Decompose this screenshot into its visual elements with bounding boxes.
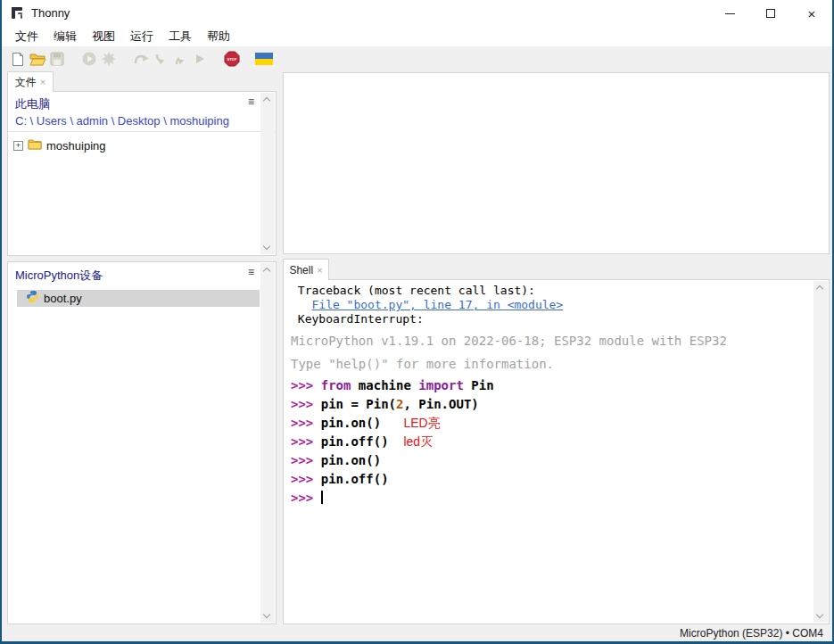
shell-line: >>> pin = Pin(2, Pin.OUT)	[291, 395, 811, 414]
expand-icon[interactable]: +	[13, 141, 23, 151]
minimize-button[interactable]	[709, 0, 750, 27]
shell-line: >>> pin.on() LED亮	[291, 414, 811, 433]
device-file-row-bootpy[interactable]: boot.py	[17, 290, 260, 307]
device-status[interactable]: MicroPython (ESP32) • COM4	[680, 627, 823, 640]
shell-text: MicroPython v1.19.1 on 2022-06-18; ESP32…	[291, 334, 727, 348]
tab-shell[interactable]: Shell ×	[283, 259, 329, 280]
svg-text:STOP: STOP	[227, 57, 237, 62]
menu-item-5[interactable]: 帮助	[201, 27, 236, 46]
shell-text: pin.off()	[321, 472, 389, 486]
shell-line: KeyboardInterrupt:	[291, 312, 811, 326]
shell-line: MicroPython v1.19.1 on 2022-06-18; ESP32…	[291, 332, 811, 350]
shell-text: KeyboardInterrupt:	[291, 312, 424, 326]
tree-row-moshuiping[interactable]: + moshuiping	[8, 132, 276, 153]
shell-text: import	[418, 378, 464, 392]
close-icon: ×	[808, 7, 816, 21]
scroll-down-icon[interactable]	[263, 243, 270, 250]
shell-text: from	[321, 378, 351, 392]
scroll-down-icon[interactable]	[263, 611, 270, 618]
device-file-label: boot.py	[44, 292, 82, 305]
new-file-icon[interactable]	[8, 49, 28, 69]
shell-text: >>>	[291, 378, 321, 392]
thonny-logo-icon	[10, 5, 25, 21]
stop-icon[interactable]: STOP	[222, 49, 242, 69]
maximize-button[interactable]	[750, 0, 791, 27]
shell-panel[interactable]: Traceback (most recent call last): File …	[283, 279, 830, 624]
menu-item-2[interactable]: 视图	[86, 27, 121, 46]
shell-text: pin.on()	[321, 453, 381, 467]
shell-text: Type "help()" for more information.	[291, 357, 554, 371]
files-panel-menu-icon[interactable]: ≡	[248, 96, 254, 107]
device-panel-title: MicroPython设备	[8, 262, 276, 288]
breadcrumb[interactable]: C: \ Users \ admin \ Desktop \ moshuipin…	[15, 114, 268, 128]
title-bar[interactable]: Thonny ×	[2, 0, 832, 27]
debug-icon	[99, 49, 119, 69]
shell-text: >>>	[291, 491, 321, 505]
shell-cursor	[321, 491, 323, 504]
scroll-up-icon[interactable]	[263, 97, 270, 104]
thonny-window: Thonny × 文件编辑视图运行工具帮助 STOP 文件 × ≡ 此电脑 C:…	[0, 0, 834, 644]
shell-output[interactable]: Traceback (most recent call last): File …	[291, 284, 811, 622]
python-file-icon	[26, 290, 39, 307]
shell-text	[389, 434, 404, 449]
shell-text: >>>	[291, 453, 321, 467]
run-icon	[79, 49, 99, 69]
step-into-icon	[151, 49, 170, 69]
scroll-up-icon[interactable]	[263, 268, 270, 275]
shell-text: >>>	[291, 397, 321, 411]
maximize-icon	[766, 9, 775, 18]
shell-text: pin.on()	[321, 416, 381, 430]
open-file-icon[interactable]	[28, 49, 47, 69]
menu-item-0[interactable]: 文件	[9, 27, 45, 46]
shell-text: pin.off()	[321, 434, 389, 449]
annotation-text: led灭	[403, 434, 433, 449]
files-tab-close-icon[interactable]: ×	[40, 77, 45, 87]
traceback-link[interactable]: File "boot.py", line 17, in <module>	[311, 298, 563, 311]
close-button[interactable]: ×	[791, 0, 832, 27]
shell-scrollbar[interactable]	[813, 281, 828, 623]
shell-text: machine	[351, 378, 418, 392]
minimize-icon	[725, 13, 735, 14]
editor-area[interactable]	[283, 72, 830, 254]
this-pc-label[interactable]: 此电脑	[15, 96, 268, 112]
window-title: Thonny	[31, 6, 70, 20]
shell-line: File "boot.py", line 17, in <module>	[291, 298, 811, 312]
shell-text	[291, 298, 311, 311]
folder-icon	[28, 137, 42, 153]
tree-item-label: moshuiping	[46, 139, 106, 153]
shell-text: , Pin.OUT)	[403, 397, 478, 411]
shell-text: >>>	[291, 472, 321, 486]
shell-tab-label: Shell	[289, 264, 313, 277]
files-panel: ≡ 此电脑 C: \ Users \ admin \ Desktop \ mos…	[7, 91, 277, 256]
scroll-down-icon[interactable]	[816, 611, 823, 618]
menu-bar: 文件编辑视图运行工具帮助	[2, 27, 832, 46]
files-scrollbar[interactable]	[260, 93, 275, 254]
shell-text: pin = Pin(	[321, 397, 396, 411]
device-panel-menu-icon[interactable]: ≡	[248, 267, 254, 277]
shell-text: Pin	[464, 378, 494, 392]
files-tab-label: 文件	[15, 75, 37, 90]
shell-line: >>> pin.off()	[291, 470, 811, 489]
device-scrollbar[interactable]	[260, 263, 275, 623]
shell-line: Traceback (most recent call last):	[291, 284, 811, 298]
shell-text	[381, 416, 403, 430]
micropython-device-panel: ≡ MicroPython设备 boot.py	[7, 261, 277, 624]
resume-icon	[190, 49, 210, 69]
shell-tab-close-icon[interactable]: ×	[317, 265, 322, 276]
tab-files[interactable]: 文件 ×	[7, 71, 54, 92]
step-over-icon	[131, 49, 151, 69]
language-flag-icon[interactable]	[254, 49, 274, 69]
shell-line: >>> from machine import Pin	[291, 376, 811, 395]
shell-text: Traceback (most recent call last):	[291, 284, 535, 297]
shell-line: >>> pin.off() led灭	[291, 433, 811, 451]
files-header: 此电脑 C: \ Users \ admin \ Desktop \ moshu…	[8, 92, 276, 132]
menu-item-1[interactable]: 编辑	[47, 27, 83, 46]
scroll-up-icon[interactable]	[816, 285, 823, 293]
menu-item-4[interactable]: 工具	[162, 27, 198, 46]
status-bar: MicroPython (ESP32) • COM4	[2, 624, 832, 641]
shell-line: Type "help()" for more information.	[291, 355, 811, 373]
menu-item-3[interactable]: 运行	[124, 27, 160, 46]
shell-line: >>>	[291, 489, 811, 508]
shell-text: >>>	[291, 416, 321, 430]
annotation-text: LED亮	[403, 416, 440, 430]
